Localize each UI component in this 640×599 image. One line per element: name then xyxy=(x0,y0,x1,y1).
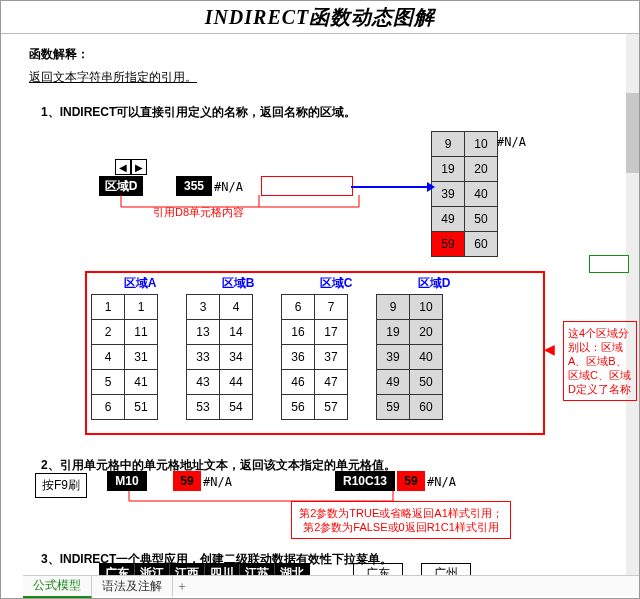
arrow-right-icon[interactable]: ▶ xyxy=(131,159,147,175)
na-1: #N/A xyxy=(214,180,243,194)
active-cell-cursor[interactable] xyxy=(589,255,629,273)
arrow-left-red-icon: ◀ xyxy=(544,341,555,357)
head-a: 区域A xyxy=(95,275,185,292)
note-ranges: 这4个区域分别以：区域A、区域B、区域C、区域D定义了名称 xyxy=(563,321,637,401)
explain-text: 返回文本字符串所指定的引用。 xyxy=(29,69,639,86)
v59-box-1: 59 xyxy=(173,471,201,491)
page-title: INDIRECT函数动态图解 xyxy=(205,4,436,31)
rangeA-table: 11 211 431 541 651 xyxy=(91,294,158,420)
note-param: 第2参数为TRUE或省略返回A1样式引用； 第2参数为FALSE或0返回R1C1… xyxy=(291,501,511,539)
head-d: 区域D xyxy=(389,275,479,292)
tab-syntax[interactable]: 语法及注解 xyxy=(92,576,173,597)
section1-heading: 1、INDIRECT可以直接引用定义的名称，返回名称的区域。 xyxy=(41,104,639,121)
red-empty-box xyxy=(261,176,353,196)
na-top: #N/A xyxy=(497,135,526,149)
m10-box: M10 xyxy=(107,471,147,491)
f9-button[interactable]: 按F9刷 xyxy=(35,473,87,498)
rangeD-table: 910 1920 3940 4950 5960 xyxy=(376,294,443,420)
tab-model[interactable]: 公式模型 xyxy=(23,575,92,598)
sheet-tabs[interactable]: 公式模型 语法及注解 ＋ xyxy=(23,575,640,596)
na-2: #N/A xyxy=(203,475,232,489)
region-value-box: 355 xyxy=(176,176,212,196)
head-c: 区域C xyxy=(291,275,381,292)
arrow-left-icon[interactable]: ◀ xyxy=(115,159,131,175)
ranges-container: 区域A 区域B 区域C 区域D 11 211 431 541 651 34 13… xyxy=(85,271,545,435)
rangeD-top-table: 910 1920 3940 4950 5960 xyxy=(431,131,498,257)
caption1: 引用D8单元格内容 xyxy=(153,205,244,220)
rangeC-table: 67 1617 3637 4647 5657 xyxy=(281,294,348,420)
head-b: 区域B xyxy=(193,275,283,292)
explain-label: 函数解释： xyxy=(29,46,639,63)
v59-box-2: 59 xyxy=(397,471,425,491)
add-sheet-icon[interactable]: ＋ xyxy=(173,578,191,595)
rangeB-table: 34 1314 3334 4344 5354 xyxy=(186,294,253,420)
spinner-arrows[interactable]: ◀ ▶ xyxy=(115,159,147,175)
r10c13-box: R10C13 xyxy=(335,471,395,491)
region-name-box: 区域D xyxy=(99,176,143,196)
na-3: #N/A xyxy=(427,475,456,489)
